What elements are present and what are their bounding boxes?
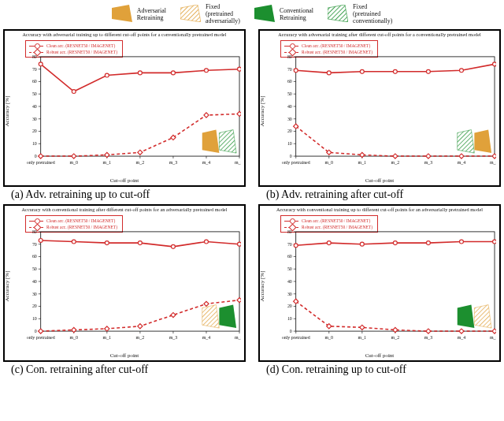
svg-point-149 <box>39 238 43 242</box>
chart-cell-c: Accuracy with conventional training afte… <box>3 204 246 376</box>
svg-text:30: 30 <box>32 292 37 296</box>
svg-point-51 <box>171 71 175 75</box>
svg-text:m_4: m_4 <box>202 335 211 340</box>
legend-label: Fixed (pretrained conventionally) <box>353 3 392 24</box>
chart-title: Accuracy with adversarial training up to… <box>5 31 244 39</box>
svg-marker-5 <box>180 5 201 22</box>
x-axis-label: Cut-off point <box>260 177 499 184</box>
svg-text:70: 70 <box>32 242 37 247</box>
svg-text:60: 60 <box>287 254 292 259</box>
svg-point-203 <box>393 241 397 245</box>
trapezoid-icon <box>180 5 201 24</box>
svg-point-99 <box>327 71 331 75</box>
legend-label: Adversarial Retraining <box>137 7 166 21</box>
svg-text:80: 80 <box>287 54 292 59</box>
chart-plot: 01020304050607080only pretrainedm_0m_1m_… <box>280 215 496 346</box>
svg-text:40: 40 <box>287 279 292 284</box>
trapezoid-icon <box>112 5 132 24</box>
svg-point-100 <box>360 69 364 73</box>
svg-text:m_fc: m_fc <box>235 160 241 165</box>
svg-text:20: 20 <box>32 129 37 133</box>
svg-marker-164 <box>219 305 236 329</box>
svg-text:50: 50 <box>287 266 292 271</box>
svg-text:10: 10 <box>287 141 292 146</box>
legend-label: Conventional Retraining <box>280 7 313 21</box>
svg-text:30: 30 <box>287 117 292 121</box>
svg-rect-111 <box>492 154 496 158</box>
svg-point-101 <box>393 69 397 73</box>
svg-point-204 <box>426 241 430 245</box>
svg-point-200 <box>294 244 298 248</box>
svg-rect-162 <box>237 298 241 303</box>
svg-rect-110 <box>459 154 464 158</box>
x-axis-label: Cut-off point <box>260 352 499 359</box>
svg-rect-109 <box>426 154 431 158</box>
svg-text:70: 70 <box>287 242 292 247</box>
svg-point-49 <box>105 73 109 77</box>
svg-rect-160 <box>171 312 176 317</box>
svg-point-201 <box>327 241 331 245</box>
svg-point-151 <box>105 241 109 245</box>
svg-text:60: 60 <box>32 79 37 84</box>
svg-marker-11 <box>328 5 348 22</box>
svg-marker-112 <box>458 130 475 154</box>
chart-cell-d: Accuracy with conventional training up t… <box>258 204 501 376</box>
svg-text:m_0: m_0 <box>325 160 334 165</box>
svg-text:0: 0 <box>35 154 37 158</box>
svg-text:30: 30 <box>287 292 292 296</box>
svg-point-202 <box>360 242 364 246</box>
svg-text:0: 0 <box>290 154 292 158</box>
svg-text:70: 70 <box>287 67 292 72</box>
svg-marker-2 <box>112 5 132 22</box>
x-axis-label: Cut-off point <box>5 352 244 359</box>
svg-rect-57 <box>138 150 143 155</box>
svg-point-102 <box>426 69 430 73</box>
svg-point-150 <box>72 240 76 244</box>
svg-text:20: 20 <box>287 304 292 308</box>
svg-text:10: 10 <box>32 141 37 146</box>
svg-rect-209 <box>360 325 365 330</box>
svg-text:40: 40 <box>287 104 292 109</box>
y-axis-label: Accuracy [%] <box>4 95 10 126</box>
svg-text:50: 50 <box>32 91 37 96</box>
svg-rect-59 <box>204 113 209 117</box>
svg-text:40: 40 <box>32 279 37 284</box>
trapezoid-icon <box>328 5 348 24</box>
chart-plot: 01020304050607080only pretrainedm_0m_1m_… <box>25 40 241 171</box>
svg-text:50: 50 <box>32 266 37 271</box>
svg-rect-108 <box>393 154 398 158</box>
svg-text:only pretrained: only pretrained <box>282 335 310 340</box>
svg-rect-213 <box>492 329 496 333</box>
legend-item-con-retrain: Conventional Retraining <box>254 5 313 24</box>
legend-item-adv-retrain: Adversarial Retraining <box>112 5 166 24</box>
chart-frame-d: Accuracy with conventional training up t… <box>258 204 501 362</box>
chart-cell-b: Accuracy with adversarial training after… <box>258 29 501 201</box>
svg-text:m_4: m_4 <box>458 335 466 340</box>
svg-text:m_3: m_3 <box>169 160 178 165</box>
svg-text:m_1: m_1 <box>358 160 367 165</box>
legend-item-fixed-adv: Fixed (pretrained adversarially) <box>180 3 240 24</box>
svg-marker-163 <box>202 305 220 329</box>
svg-point-154 <box>205 240 209 244</box>
svg-point-152 <box>138 241 142 245</box>
chart-title: Accuracy with conventional training afte… <box>5 206 244 214</box>
svg-text:20: 20 <box>32 304 37 308</box>
svg-text:m_1: m_1 <box>103 160 112 165</box>
svg-rect-158 <box>105 326 109 331</box>
svg-marker-62 <box>219 130 236 154</box>
svg-text:20: 20 <box>287 129 292 133</box>
svg-point-98 <box>294 69 298 73</box>
legend-label: Fixed (pretrained adversarially) <box>206 3 240 24</box>
svg-text:m_fc: m_fc <box>235 335 241 340</box>
svg-text:m_2: m_2 <box>136 160 145 165</box>
chart-frame-c: Accuracy with conventional training afte… <box>3 204 246 362</box>
chart-title: Accuracy with conventional training up t… <box>260 206 499 214</box>
svg-point-52 <box>205 69 209 73</box>
caption-d: (d) Con. retraining up to cut-off <box>258 363 501 376</box>
legend-item-fixed-con: Fixed (pretrained conventionally) <box>328 3 392 24</box>
caption-c: (c) Con. retraining after cut-off <box>3 363 246 376</box>
svg-text:only pretrained: only pretrained <box>27 335 55 340</box>
chart-grid: Accuracy with adversarial training up to… <box>0 29 504 379</box>
chart-plot: 01020304050607080only pretrainedm_0m_1m_… <box>280 40 496 171</box>
svg-marker-215 <box>474 305 491 329</box>
